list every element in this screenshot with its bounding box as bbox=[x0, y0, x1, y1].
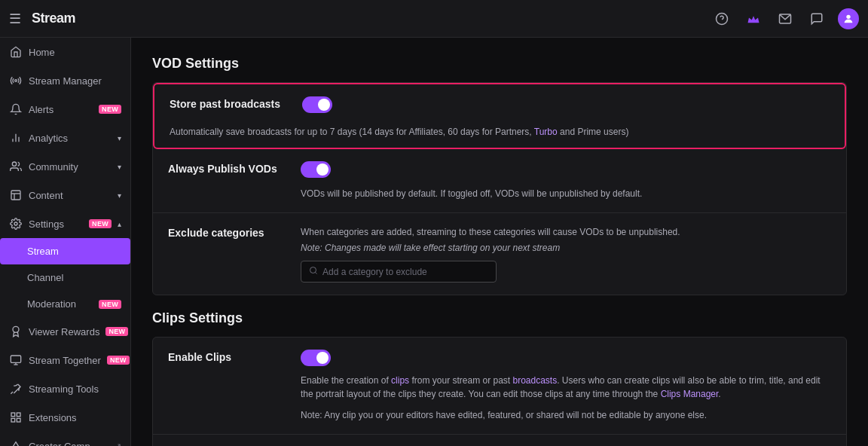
home-icon bbox=[9, 45, 23, 59]
gear-icon bbox=[9, 217, 23, 231]
enable-clips-desc1: Enable the creation of clips from your s… bbox=[301, 374, 831, 401]
vod-settings-title: VOD Settings bbox=[152, 56, 847, 72]
mail-icon[interactable] bbox=[775, 8, 796, 29]
always-publish-toggle[interactable] bbox=[301, 161, 331, 178]
enable-clips-label: Enable Clips bbox=[168, 350, 301, 363]
always-publish-right: VODs will be published by default. If to… bbox=[301, 161, 831, 200]
sidebar-item-stream-manager[interactable]: Stream Manager bbox=[0, 66, 130, 95]
sidebar-item-streaming-tools[interactable]: Streaming Tools bbox=[0, 374, 130, 403]
sidebar-item-creator-camp[interactable]: Creator Camp ↗ bbox=[0, 432, 130, 446]
svg-rect-21 bbox=[11, 418, 15, 422]
together-icon bbox=[9, 353, 23, 367]
content-icon bbox=[9, 188, 23, 202]
sidebar-item-label: Stream Manager bbox=[29, 75, 121, 87]
content-area: VOD Settings Store past broadcasts Autom… bbox=[131, 38, 868, 446]
sidebar-item-label: Community bbox=[29, 161, 112, 173]
always-publish-desc: VODs will be published by default. If to… bbox=[301, 187, 831, 200]
clips-exclude-categories-row: Exclude categories When categories are a… bbox=[153, 435, 846, 446]
exclude-categories-desc-wrap: When categories are added, streaming to … bbox=[301, 225, 831, 255]
sidebar-item-label: Streaming Tools bbox=[29, 383, 121, 395]
sidebar-item-label: Content bbox=[29, 190, 112, 201]
badge-new: NEW bbox=[89, 219, 112, 228]
sidebar-item-label: Home bbox=[29, 47, 121, 58]
exclude-input-wrapper bbox=[301, 261, 497, 283]
badge-new: NEW bbox=[105, 327, 128, 336]
store-past-broadcasts-highlight: Store past broadcasts Automatically save… bbox=[153, 83, 846, 149]
vod-settings-card: Store past broadcasts Automatically save… bbox=[152, 82, 847, 295]
sidebar-item-extensions[interactable]: Extensions bbox=[0, 403, 130, 432]
sidebar-item-settings[interactable]: Settings NEW ▴ bbox=[0, 209, 130, 238]
chevron-down-icon: ▾ bbox=[118, 163, 121, 171]
svg-rect-19 bbox=[17, 413, 20, 417]
sidebar-item-channel[interactable]: Channel bbox=[0, 264, 130, 291]
store-past-broadcasts-toggle[interactable] bbox=[302, 96, 332, 113]
sidebar-item-label: Analytics bbox=[29, 133, 112, 144]
sidebar-item-label: Settings bbox=[29, 218, 83, 230]
svg-point-13 bbox=[13, 326, 19, 332]
sidebar-item-stream-together[interactable]: Stream Together NEW bbox=[0, 346, 130, 374]
enable-clips-desc2: Note: Any clip you or your editors have … bbox=[301, 408, 831, 422]
sidebar-item-stream[interactable]: Stream bbox=[0, 238, 130, 264]
exclude-categories-label: Exclude categories bbox=[168, 225, 301, 239]
sidebar-item-label: Stream bbox=[27, 246, 121, 257]
camp-icon bbox=[9, 439, 23, 446]
main-layout: Home Stream Manager Alerts NEW Analytics… bbox=[0, 38, 868, 446]
chevron-up-icon: ▴ bbox=[118, 220, 121, 228]
avatar[interactable] bbox=[838, 8, 859, 29]
search-icon bbox=[309, 266, 318, 277]
help-icon[interactable] bbox=[711, 8, 732, 29]
community-icon bbox=[9, 160, 23, 173]
sidebar-item-label: Creator Camp bbox=[29, 441, 108, 447]
badge-new: NEW bbox=[107, 356, 130, 365]
svg-point-12 bbox=[14, 222, 17, 225]
toggle-knob bbox=[318, 99, 330, 111]
sidebar-item-analytics[interactable]: Analytics ▾ bbox=[0, 124, 130, 152]
badge-new: NEW bbox=[99, 300, 121, 309]
badge-new: NEW bbox=[99, 105, 121, 114]
external-link-icon: ↗ bbox=[115, 441, 121, 447]
exclude-categories-desc: When categories are added, streaming to … bbox=[301, 225, 831, 239]
sidebar-item-community[interactable]: Community ▾ bbox=[0, 152, 130, 181]
svg-line-23 bbox=[315, 272, 316, 273]
sidebar-item-label: Extensions bbox=[29, 412, 121, 423]
enable-clips-toggle[interactable] bbox=[301, 350, 331, 366]
store-past-broadcasts-desc: Automatically save broadcasts for up to … bbox=[154, 125, 845, 148]
topbar-title: Stream bbox=[32, 11, 75, 26]
topbar-left: ☰ Stream bbox=[9, 11, 75, 27]
always-publish-label: Always Publish VODs bbox=[168, 161, 301, 175]
chevron-down-icon: ▾ bbox=[118, 191, 121, 200]
chevron-down-icon: ▾ bbox=[118, 134, 121, 142]
extensions-icon bbox=[9, 411, 23, 424]
exclude-input-area bbox=[168, 261, 497, 283]
sidebar-item-home[interactable]: Home bbox=[0, 38, 130, 66]
enable-clips-right: Enable the creation of clips from your s… bbox=[301, 350, 831, 422]
hamburger-button[interactable]: ☰ bbox=[9, 11, 21, 27]
toggle-knob bbox=[316, 352, 329, 364]
clips-settings-card: Enable Clips Enable the creation of clip… bbox=[152, 337, 847, 446]
sidebar-item-label: Stream Together bbox=[29, 355, 101, 366]
exclude-categories-note: Note: Changes made will take effect star… bbox=[301, 241, 831, 255]
toggle-knob bbox=[316, 163, 329, 176]
sidebar-item-label: Alerts bbox=[29, 104, 93, 115]
sidebar-item-alerts[interactable]: Alerts NEW bbox=[0, 95, 130, 124]
rewards-icon bbox=[9, 325, 23, 338]
store-past-broadcasts-right bbox=[302, 96, 830, 113]
chat-icon[interactable] bbox=[806, 8, 827, 29]
svg-point-4 bbox=[15, 80, 17, 82]
crown-icon[interactable] bbox=[743, 8, 764, 29]
topbar-icons bbox=[711, 8, 859, 29]
radio-icon bbox=[9, 74, 23, 87]
topbar: ☰ Stream bbox=[0, 0, 868, 38]
exclude-categories-input[interactable] bbox=[322, 267, 488, 277]
exclude-categories-header: Exclude categories When categories are a… bbox=[168, 225, 831, 255]
sidebar-item-content[interactable]: Content ▾ bbox=[0, 181, 130, 209]
sidebar-item-viewer-rewards[interactable]: Viewer Rewards NEW ▾ bbox=[0, 317, 130, 346]
svg-rect-20 bbox=[17, 418, 20, 422]
sidebar-item-label: Channel bbox=[27, 272, 121, 283]
tools-icon bbox=[9, 382, 23, 396]
svg-point-3 bbox=[846, 14, 850, 18]
sidebar-item-moderation[interactable]: Moderation NEW bbox=[0, 291, 130, 317]
sidebar: Home Stream Manager Alerts NEW Analytics… bbox=[0, 38, 131, 446]
store-past-broadcasts-label: Store past broadcasts bbox=[170, 96, 302, 110]
sidebar-item-label: Moderation bbox=[27, 298, 93, 310]
